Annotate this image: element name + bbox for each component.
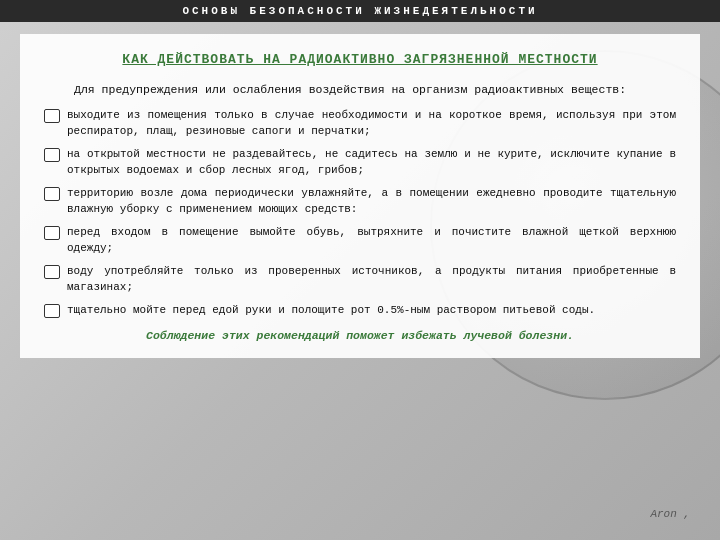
bullet-text: на открытой местности не раздевайтесь, н… — [67, 147, 676, 179]
checkbox-icon — [44, 187, 60, 201]
content-card: КАК ДЕЙСТВОВАТЬ НА РАДИОАКТИВНО ЗАГРЯЗНЕ… — [20, 34, 700, 358]
main-title: КАК ДЕЙСТВОВАТЬ НА РАДИОАКТИВНО ЗАГРЯЗНЕ… — [44, 52, 676, 67]
header-bar: ОСНОВЫ БЕЗОПАСНОСТИ ЖИЗНЕДЕЯТЕЛЬНОСТИ — [0, 0, 720, 22]
bullet-item: выходите из помещения только в случае не… — [44, 108, 676, 140]
bullet-item: на открытой местности не раздевайтесь, н… — [44, 147, 676, 179]
bullet-text: территорию возле дома периодически увлаж… — [67, 186, 676, 218]
bullet-text: тщательно мойте перед едой руки и полощи… — [67, 303, 676, 319]
bullet-text: перед входом в помещение вымойте обувь, … — [67, 225, 676, 257]
checkbox-icon — [44, 148, 60, 162]
bullet-item: тщательно мойте перед едой руки и полощи… — [44, 303, 676, 319]
footer-text: Соблюдение этих рекомендаций поможет изб… — [44, 329, 676, 342]
bullet-text: воду употребляйте только из проверенных … — [67, 264, 676, 296]
author-note: Aron , — [650, 508, 690, 520]
intro-text: Для предупреждения или ослабления воздей… — [44, 81, 676, 98]
checkbox-icon — [44, 304, 60, 318]
checkbox-icon — [44, 265, 60, 279]
bullet-item: воду употребляйте только из проверенных … — [44, 264, 676, 296]
checkbox-icon — [44, 226, 60, 240]
bullet-item: территорию возле дома периодически увлаж… — [44, 186, 676, 218]
bullet-item: перед входом в помещение вымойте обувь, … — [44, 225, 676, 257]
header-title: ОСНОВЫ БЕЗОПАСНОСТИ ЖИЗНЕДЕЯТЕЛЬНОСТИ — [182, 5, 537, 17]
checkbox-icon — [44, 109, 60, 123]
bullet-text: выходите из помещения только в случае не… — [67, 108, 676, 140]
bullet-list: выходите из помещения только в случае не… — [44, 108, 676, 318]
page-container: ОСНОВЫ БЕЗОПАСНОСТИ ЖИЗНЕДЕЯТЕЛЬНОСТИ КА… — [0, 0, 720, 540]
